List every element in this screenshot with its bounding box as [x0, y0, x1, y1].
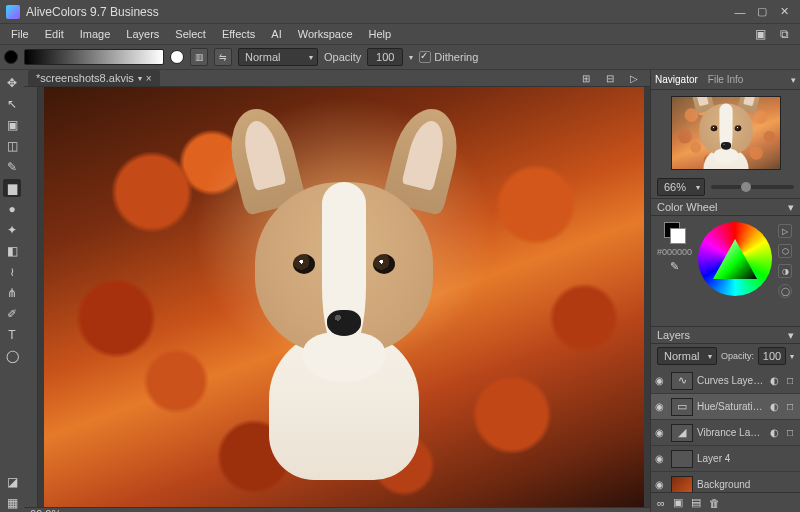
left-toolbar: ✥ ↖ ▣ ◫ ✎ ▆ ● ✦ ◧ ≀ ⋔ ✐ T ◯ ◪ ▦ — [0, 70, 24, 512]
proof-icon[interactable]: ▷ — [626, 70, 642, 86]
layer-thumb — [671, 476, 693, 493]
delete-layer-icon[interactable]: 🗑 — [709, 497, 720, 509]
brush-tool-icon[interactable]: ✎ — [3, 158, 21, 176]
gradient-preview[interactable] — [24, 49, 164, 65]
menu-ai[interactable]: AI — [264, 26, 288, 42]
layer-row[interactable]: ◉ ◢ Vibrance Layer1 ◐ □ — [651, 420, 800, 446]
shape-tool-icon[interactable]: ◯ — [3, 347, 21, 365]
navigator-zoom-slider[interactable] — [711, 185, 794, 189]
visibility-icon[interactable]: ◉ — [655, 401, 667, 412]
document-image — [44, 87, 644, 507]
blur-tool-icon[interactable]: ● — [3, 200, 21, 218]
foreground-swatch[interactable] — [4, 50, 18, 64]
color-swatches-icon[interactable]: ◪ — [3, 473, 21, 491]
app-window: AliveColors 9.7 Business — ▢ ✕ File Edit… — [0, 0, 800, 512]
layer-row[interactable]: ◉ Background — [651, 472, 800, 492]
adjust-icon[interactable]: ◐ — [768, 401, 780, 412]
right-panels: Navigator File Info ▾ 66% Color Wheel▾ — [650, 70, 800, 512]
mask-icon[interactable]: □ — [784, 401, 796, 412]
adjust-icon[interactable]: ◐ — [768, 375, 780, 386]
options-bar: ▥ ⇋ Normal Opacity 100 ▾ Dithering — [0, 44, 800, 70]
notifications-icon[interactable]: ▣ — [752, 26, 768, 42]
layers-header: Layers▾ — [651, 326, 800, 344]
current-color-icon[interactable]: ◯ — [778, 284, 792, 298]
panel-menu-icon[interactable]: ▾ — [791, 75, 796, 85]
clone-tool-icon[interactable]: ✦ — [3, 221, 21, 239]
link-layers-icon[interactable]: ∞ — [657, 497, 665, 509]
new-layer-icon[interactable]: ▤ — [691, 496, 701, 509]
gradient-reverse-icon[interactable]: ⇋ — [214, 48, 232, 66]
hex-value[interactable]: #000000 — [657, 247, 692, 257]
close-tab-icon[interactable]: × — [146, 73, 152, 84]
layer-thumb — [671, 450, 693, 468]
tab-fileinfo[interactable]: File Info — [708, 74, 744, 85]
color-swatches[interactable] — [664, 222, 686, 244]
canvas[interactable] — [38, 87, 650, 507]
panel-menu-icon[interactable]: ▾ — [788, 329, 794, 342]
menu-file[interactable]: File — [4, 26, 36, 42]
menubar: File Edit Image Layers Select Effects AI… — [0, 24, 800, 44]
wheel-mode2-icon[interactable]: ⬡ — [778, 244, 792, 258]
new-folder-icon[interactable]: ▣ — [673, 496, 683, 509]
gradient-tool-icon[interactable]: ▆ — [3, 179, 21, 197]
visibility-icon[interactable]: ◉ — [655, 479, 667, 490]
gradient-type-linear-icon[interactable]: ▥ — [190, 48, 208, 66]
menu-layers[interactable]: Layers — [119, 26, 166, 42]
layer-row[interactable]: ◉ ▭ Hue/Saturation Layer2 ◐ □ — [651, 394, 800, 420]
workspace-icon[interactable]: ⧉ — [776, 26, 792, 42]
canvas-area: *screenshots8.akvis ▾ × ⊞ ⊟ ▷ 0100200300… — [24, 70, 650, 512]
quickmask-icon[interactable]: ▦ — [3, 494, 21, 512]
visibility-icon[interactable]: ◉ — [655, 375, 667, 386]
crop-tool-icon[interactable]: ▣ — [3, 116, 21, 134]
layer-list: ◉ ∿ Curves Layer 3 ◐ □ ◉ ▭ Hue/Saturatio… — [651, 368, 800, 492]
eraser-tool-icon[interactable]: ◧ — [3, 242, 21, 260]
menu-help[interactable]: Help — [362, 26, 399, 42]
mask-icon[interactable]: □ — [784, 375, 796, 386]
maximize-button[interactable]: ▢ — [752, 4, 772, 20]
document-tab[interactable]: *screenshots8.akvis ▾ × — [28, 70, 160, 86]
minimize-button[interactable]: — — [730, 4, 750, 20]
navigator-zoom-select[interactable]: 66% — [657, 178, 705, 196]
tab-navigator[interactable]: Navigator — [655, 74, 698, 85]
dithering-checkbox[interactable]: Dithering — [419, 51, 478, 63]
layer-opacity-input[interactable]: 100 — [758, 347, 786, 365]
layer-thumb: ◢ — [671, 424, 693, 442]
blend-mode-select[interactable]: Normal — [238, 48, 318, 66]
menu-select[interactable]: Select — [168, 26, 213, 42]
app-title: AliveColors 9.7 Business — [26, 5, 728, 19]
selection-tool-icon[interactable]: ◫ — [3, 137, 21, 155]
menu-image[interactable]: Image — [73, 26, 118, 42]
menu-edit[interactable]: Edit — [38, 26, 71, 42]
pointer-tool-icon[interactable]: ↖ — [3, 95, 21, 113]
layer-row[interactable]: ◉ ∿ Curves Layer 3 ◐ □ — [651, 368, 800, 394]
wheel-mode3-icon[interactable]: ◑ — [778, 264, 792, 278]
colorwheel-header: Color Wheel▾ — [651, 198, 800, 216]
layer-row[interactable]: ◉ Layer 4 — [651, 446, 800, 472]
layer-blend-select[interactable]: Normal — [657, 347, 717, 365]
color-wheel[interactable] — [698, 222, 772, 296]
zoom-level[interactable]: 66.0% — [30, 508, 61, 512]
view-mode-icon[interactable]: ⊞ — [578, 70, 594, 86]
close-button[interactable]: ✕ — [774, 4, 794, 20]
adjust-icon[interactable]: ◐ — [768, 427, 780, 438]
visibility-icon[interactable]: ◉ — [655, 453, 667, 464]
panel-menu-icon[interactable]: ▾ — [788, 201, 794, 214]
sharpen-tool-icon[interactable]: ⋔ — [3, 284, 21, 302]
opacity-input[interactable]: 100 — [367, 48, 403, 66]
layer-thumb: ∿ — [671, 372, 693, 390]
smudge-tool-icon[interactable]: ≀ — [3, 263, 21, 281]
menu-workspace[interactable]: Workspace — [291, 26, 360, 42]
opacity-label: Opacity — [324, 51, 361, 63]
arrange-icon[interactable]: ⊟ — [602, 70, 618, 86]
background-swatch[interactable] — [170, 50, 184, 64]
text-tool-icon[interactable]: T — [3, 326, 21, 344]
eyedropper-tool-icon[interactable]: ✐ — [3, 305, 21, 323]
eyedropper-icon[interactable]: ✎ — [670, 260, 679, 273]
mask-icon[interactable]: □ — [784, 427, 796, 438]
navigator-preview[interactable] — [671, 96, 781, 170]
menu-effects[interactable]: Effects — [215, 26, 262, 42]
visibility-icon[interactable]: ◉ — [655, 427, 667, 438]
wheel-mode-icon[interactable]: ▷ — [778, 224, 792, 238]
titlebar: AliveColors 9.7 Business — ▢ ✕ — [0, 0, 800, 24]
move-tool-icon[interactable]: ✥ — [3, 74, 21, 92]
